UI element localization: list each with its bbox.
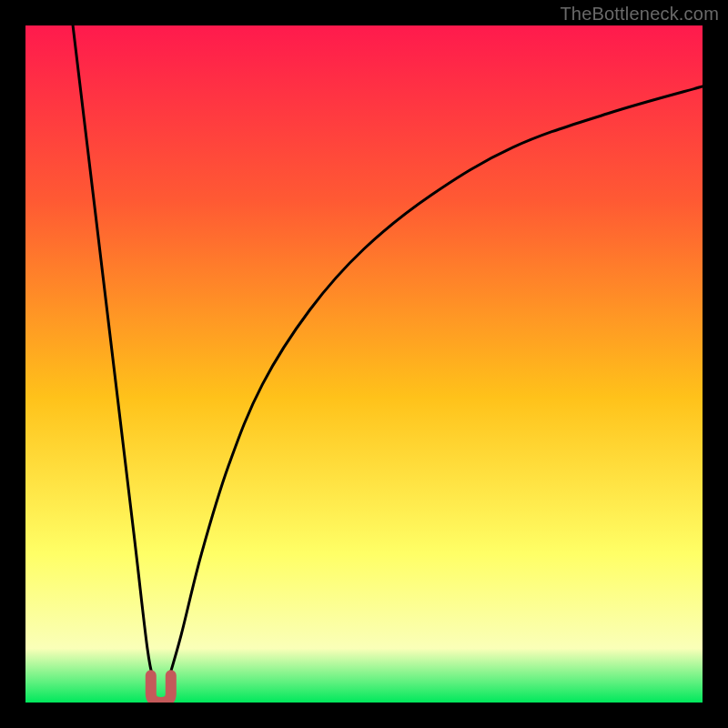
gradient-background [25,25,703,703]
outer-frame: TheBottleneck.com [0,0,728,728]
watermark-text: TheBottleneck.com [560,4,719,25]
chart-plot-area [25,25,703,703]
chart-svg [25,25,703,703]
